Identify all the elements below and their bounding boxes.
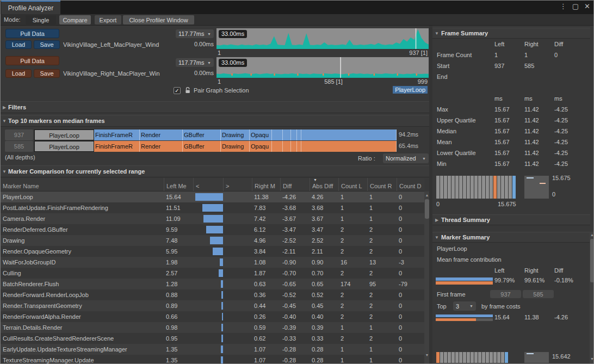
table-row[interactable]: PlayerLoop 15.64 11.38 -4.26 4.26 1 1 0	[1, 192, 424, 202]
marker-time-histogram[interactable]	[436, 352, 508, 363]
marker-segment[interactable]	[301, 129, 397, 140]
table-row[interactable]: Render.OpaqueGeometry 5.95 3.84 -2.11 2.…	[1, 246, 424, 257]
diff-cell: -0.90	[280, 257, 310, 268]
mode-compare-button[interactable]: Compare	[59, 15, 91, 24]
marker-segment[interactable]	[283, 129, 291, 140]
marker-segment[interactable]: Drawing	[221, 141, 250, 152]
column-header--[interactable]: <	[193, 178, 223, 191]
first-frame-right-button[interactable]: 585	[523, 290, 554, 298]
marker-segment[interactable]: FinishFrameR	[94, 129, 140, 140]
table-row[interactable]: PostLateUpdate.FinishFrameRendering 11.5…	[1, 202, 424, 213]
marker-segment[interactable]: FinishFrameR	[94, 141, 140, 152]
left-mean-cell: 0.98	[164, 322, 193, 333]
marker-segment[interactable]: PlayerLoop	[34, 129, 94, 140]
count-diff-cell: -79	[397, 279, 424, 289]
summary-scrollbar[interactable]: ▲ ▼	[590, 232, 594, 364]
left-value-bar	[206, 226, 223, 233]
tab-profile-analyzer[interactable]: Profile Analyzer	[1, 1, 60, 14]
column-header-count-d[interactable]: Count D	[397, 178, 424, 191]
count-diff-cell: 0	[397, 333, 424, 344]
column-header-left-me[interactable]: Left Me	[164, 178, 193, 191]
marker-segment[interactable]	[272, 141, 283, 152]
table-row[interactable]: Camera.Render 11.09 7.42 -3.67 3.67 1 1 …	[1, 213, 424, 224]
first-frame-left-button[interactable]: 937	[490, 290, 521, 298]
cost-right-value: 11.38	[524, 314, 539, 320]
marker-segment[interactable]	[283, 141, 291, 152]
load-left-button[interactable]: Load	[5, 40, 32, 49]
top10-section-header[interactable]: ▼ Top 10 markers on median frames	[1, 115, 430, 127]
selected-marker-label[interactable]: PlayerLoop	[393, 86, 428, 94]
scrollbar-thumb[interactable]	[425, 199, 429, 219]
save-left-button[interactable]: Save	[34, 40, 60, 49]
count-right-cell: 2	[367, 268, 397, 279]
close-profiler-button[interactable]: Close Profiler Window	[123, 15, 194, 24]
marker-segment[interactable]	[301, 141, 397, 152]
table-row[interactable]: Terrain.Details.Render 0.98 0.59 -0.39 0…	[1, 322, 424, 333]
right-range-dropdown[interactable]: 117.77ms▼	[176, 58, 214, 67]
scrollbar-thumb[interactable]	[590, 239, 594, 282]
frame-time-histogram[interactable]	[436, 176, 516, 199]
table-row[interactable]: CullResults.CreateSharedRendererScene 0.…	[1, 333, 424, 344]
marker-segment[interactable]: PlayerLoop	[34, 141, 94, 152]
table-row[interactable]: WaitForJobGroupID 1.98 1.08 -0.90 0.90 1…	[1, 257, 424, 268]
scroll-up-icon[interactable]: ▲	[590, 233, 594, 237]
pair-graph-checkbox[interactable]: ✓	[174, 87, 181, 94]
table-row[interactable]: RenderForwardAlpha.Render 0.66 0.26 -0.4…	[1, 311, 424, 322]
count-diff-cell: 0	[397, 322, 424, 333]
table-row[interactable]: BatchRenderer.Flush 1.28 0.63 -0.65 0.65…	[1, 279, 424, 289]
marker-segment[interactable]: Opaqu	[250, 141, 272, 152]
histogram-bar	[478, 352, 481, 363]
marker-segment[interactable]	[272, 129, 283, 140]
marker-segment[interactable]	[297, 129, 301, 140]
pull-data-right-button[interactable]: Pull Data	[5, 56, 59, 65]
marker-segment[interactable]: Opaqu	[250, 129, 272, 140]
filters-section-header[interactable]: ▶ Filters	[1, 101, 430, 113]
column-header-abs-diff[interactable]: ▼Abs Diff	[310, 178, 338, 191]
marker-segment[interactable]	[291, 129, 297, 140]
marker-segment[interactable]: Render	[140, 129, 183, 140]
export-button[interactable]: Export	[95, 15, 121, 24]
table-row[interactable]: Render.TransparentGeometry 0.89 0.44 -0.…	[1, 300, 424, 311]
column-header-diff[interactable]: Diff	[280, 178, 310, 191]
table-row[interactable]: Culling 2.57 1.87 -0.70 0.70 2 2 0	[1, 268, 424, 279]
ratio-dropdown[interactable]: Normalized▼	[383, 153, 429, 163]
thread-summary-header[interactable]: ▶ Thread Summary	[432, 214, 590, 225]
table-row[interactable]: TextureStreamingManager.Update 1.35 1.07…	[1, 355, 424, 364]
left-range-dropdown[interactable]: 117.77ms▼	[176, 29, 214, 38]
kebab-menu-icon[interactable]: ⋮	[560, 2, 567, 10]
frame-summary-header[interactable]: ▼ Frame Summary	[432, 28, 590, 39]
table-row[interactable]: Drawing 7.48 4.96 -2.52 2.52 2 2 0	[1, 235, 424, 246]
frame-number-badge[interactable]: 585	[5, 141, 33, 152]
marker-segment[interactable]: GBuffer	[183, 129, 221, 140]
marker-segment[interactable]	[297, 141, 301, 152]
marker-segment[interactable]: Drawing	[221, 129, 250, 140]
diff-cell: -0.40	[280, 311, 310, 322]
close-icon[interactable]: ✕	[584, 2, 590, 10]
pull-data-left-button[interactable]: Pull Data	[5, 29, 59, 38]
table-row[interactable]: RenderForward.RenderLoopJob 0.88 0.36 -0…	[1, 289, 424, 300]
right-frame-graph[interactable]: 33.00ms	[216, 57, 429, 78]
table-row[interactable]: EarlyUpdate.UpdateTextureStreamingManage…	[1, 344, 424, 355]
comparison-section-header[interactable]: ▼ Marker Comparison for currently select…	[1, 165, 430, 177]
left-frame-graph[interactable]: 33.00ms	[216, 28, 429, 49]
marker-segment[interactable]	[291, 141, 297, 152]
top-count-dropdown[interactable]: 3▼	[453, 301, 476, 311]
marker-segment[interactable]: Render	[140, 141, 183, 152]
top-cost-values: 15.64 11.38 -4.26	[437, 314, 590, 325]
load-right-button[interactable]: Load	[5, 69, 32, 78]
summary-marker-name: PlayerLoop	[437, 245, 467, 252]
column-header-right-m[interactable]: Right M	[252, 178, 280, 191]
column-header-marker-name[interactable]: Marker Name	[1, 178, 164, 191]
maximize-icon[interactable]: ▢	[572, 2, 579, 10]
frame-number-badge[interactable]: 937	[5, 129, 33, 140]
column-header-count-r[interactable]: Count R	[367, 178, 397, 191]
scroll-down-icon[interactable]: ▼	[590, 357, 594, 361]
marker-summary-header[interactable]: ▼ Marker Summary	[432, 232, 590, 243]
save-right-button[interactable]: Save	[34, 69, 60, 78]
column-header-count-l[interactable]: Count L	[338, 178, 367, 191]
column-header--[interactable]: >	[223, 178, 252, 191]
left-bar-cell	[193, 235, 223, 246]
marker-segment[interactable]: GBuffer	[183, 141, 221, 152]
table-row[interactable]: RenderDeferred.GBuffer 9.59 6.12 -3.47 3…	[1, 224, 424, 235]
mode-single-button[interactable]: Single	[26, 15, 56, 24]
